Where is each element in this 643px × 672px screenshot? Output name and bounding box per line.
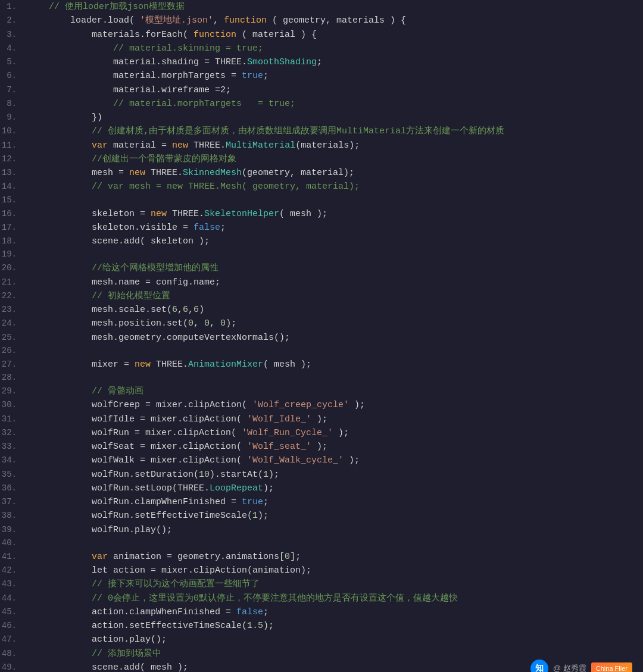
code-line: 33. wolfSeat = mixer.clipAction( 'Wolf_s… <box>0 440 643 454</box>
line-number: 19. <box>0 248 25 261</box>
line-number: 6. <box>0 70 25 83</box>
code-line: 10. // 创建材质,由于材质是多面材质，由材质数组组成故要调用MultiMa… <box>0 124 643 138</box>
line-content: mesh.name = config.name; <box>25 276 643 289</box>
line-content: scene.add( skeleton ); <box>25 235 643 248</box>
token: // 0会停止，这里设置为0默认停止，不停要注意其他的地方是否有设置这个值，值越… <box>27 593 458 604</box>
token: action.play(); <box>27 635 167 645</box>
token: 1 <box>263 470 269 480</box>
line-content: wolfRun.play(); <box>25 523 643 537</box>
line-number: 49. <box>0 661 25 672</box>
token: // 骨骼动画 <box>27 386 143 396</box>
code-line: 15. <box>0 194 643 207</box>
token: AnimationMixer <box>188 360 263 370</box>
token: 'Wolf_Walk_cycle_' <box>247 455 344 465</box>
token: action.setEffectiveTimeScale( <box>27 621 247 631</box>
token: true <box>242 497 263 507</box>
token: // 使用loder加载json模型数据 <box>27 2 185 12</box>
line-content: material.morphTargets = true; <box>25 69 643 83</box>
token: ( geometry, materials ) { <box>267 15 406 26</box>
token: , <box>193 318 204 329</box>
line-content: mesh.geometry.computeVertexNormals(); <box>25 331 643 345</box>
token: wolfRun.play(); <box>27 525 172 535</box>
code-line: 47. action.play(); <box>0 633 643 646</box>
line-content: // 接下来可以为这个动画配置一些细节了 <box>25 577 643 591</box>
token: 0 <box>188 318 193 329</box>
token: THREE. <box>151 360 188 370</box>
code-line: 40. <box>0 537 643 550</box>
token: ( mesh ); <box>279 209 327 219</box>
token: mesh.name = config.name; <box>27 277 220 287</box>
line-content: mesh.scale.set(6,6,6) <box>25 303 643 317</box>
code-line: 45. action.clampWhenFinished = false; <box>0 605 643 619</box>
token: mixer = <box>27 360 135 370</box>
token: , <box>210 318 220 329</box>
token: THREE. <box>145 168 183 178</box>
token: material.morphTargets = <box>27 71 242 81</box>
code-line: 14. // var mesh = new THREE.Mesh( geomet… <box>0 180 643 193</box>
line-number: 34. <box>0 454 25 467</box>
line-number: 14. <box>0 180 25 193</box>
token: action.clampWhenFinished = <box>27 607 236 617</box>
line-number: 29. <box>0 385 25 398</box>
line-number: 4. <box>0 42 25 55</box>
token: // 接下来可以为这个动画配置一些细节了 <box>27 579 260 589</box>
token: ); <box>269 470 279 480</box>
token: ); <box>258 511 269 521</box>
code-line: 13. mesh = new THREE.SkinnedMesh(geometr… <box>0 166 643 180</box>
line-content: wolfWalk = mixer.clipAction( 'Wolf_Walk_… <box>25 454 643 467</box>
token: material.wireframe =2; <box>27 85 231 95</box>
code-line: 1. // 使用loder加载json模型数据 <box>0 0 643 14</box>
token: loader.load( <box>27 15 140 26</box>
code-line: 3. materials.forEach( function ( materia… <box>0 28 643 42</box>
code-line: 28. <box>0 371 643 385</box>
line-content: wolfIdle = mixer.clipAction( 'Wolf_Idle_… <box>25 412 643 426</box>
line-number: 28. <box>0 371 25 385</box>
code-line: 35. wolfRun.setDuration(10).startAt(1); <box>0 468 643 482</box>
line-content: wolfRun.setDuration(10).startAt(1); <box>25 468 643 482</box>
token: '模型地址.json' <box>140 15 213 26</box>
token: , <box>213 15 224 26</box>
line-number: 48. <box>0 648 25 661</box>
line-number: 1. <box>0 1 25 14</box>
token: 0 <box>220 318 226 329</box>
token: wolfCreep = mixer.clipAction( <box>27 400 252 410</box>
code-line: 48. // 添加到场景中 <box>0 647 643 661</box>
line-number: 5. <box>0 56 25 69</box>
token: scene.add( mesh ); <box>27 662 188 672</box>
token: , <box>177 305 183 315</box>
token: 10 <box>199 470 210 480</box>
line-content: // 添加到场景中 <box>25 647 643 661</box>
token: ; <box>263 497 269 507</box>
token: // 添加到场景中 <box>27 649 161 659</box>
line-number: 16. <box>0 208 25 221</box>
token: false <box>193 223 220 233</box>
line-number: 40. <box>0 537 25 550</box>
code-line: 34. wolfWalk = mixer.clipAction( 'Wolf_W… <box>0 454 643 467</box>
token: function <box>193 30 236 40</box>
token: LoopRepeat <box>210 483 263 493</box>
token: SmoothShading <box>247 57 317 67</box>
token: 1 <box>252 511 258 521</box>
token: new <box>135 360 151 370</box>
line-content: action.play(); <box>25 633 643 646</box>
token: 6 <box>183 305 188 315</box>
token: ) <box>199 305 204 315</box>
line-number: 36. <box>0 482 25 495</box>
line-content: }) <box>25 111 643 124</box>
line-content: // 骨骼动画 <box>25 385 643 398</box>
code-line: 24. mesh.position.set(0, 0, 0); <box>0 317 643 330</box>
token: 0 <box>204 318 210 329</box>
token: ); <box>263 483 274 493</box>
line-content: skeleton.visible = false; <box>25 221 643 235</box>
token: ; <box>263 607 269 617</box>
code-line: 22. // 初始化模型位置 <box>0 289 643 303</box>
token: // 初始化模型位置 <box>27 291 170 301</box>
line-content: // material.morphTargets = true; <box>25 97 643 111</box>
line-content: mesh = new THREE.SkinnedMesh(geometry, m… <box>25 166 643 180</box>
code-line: 8. // material.morphTargets = true; <box>0 97 643 111</box>
token: //给这个网格模型增加他的属性 <box>27 263 219 273</box>
token: wolfRun.setDuration( <box>27 470 199 480</box>
token: scene.add( skeleton ); <box>27 236 210 246</box>
code-line: 4. // material.skinning = true; <box>0 42 643 55</box>
watermark-author: @ 赵秀霞 <box>553 662 586 672</box>
